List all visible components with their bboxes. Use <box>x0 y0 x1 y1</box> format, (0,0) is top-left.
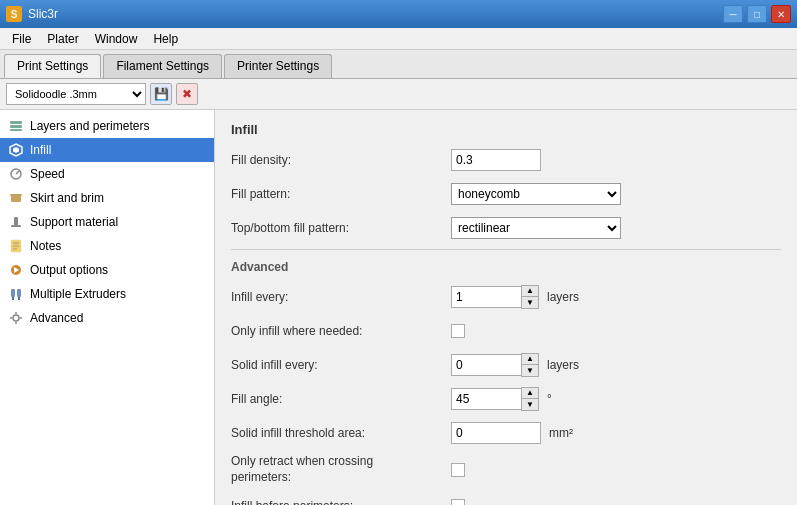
only-where-needed-row: Only infill where needed: <box>231 318 781 344</box>
fill-angle-unit: ° <box>547 392 552 406</box>
menu-plater[interactable]: Plater <box>39 30 86 48</box>
svg-rect-2 <box>10 129 22 131</box>
sidebar-label-notes: Notes <box>30 239 61 253</box>
infill-before-checkbox[interactable] <box>451 499 465 505</box>
advanced-section: Advanced Infill every: ▲ ▼ layers <box>231 249 781 505</box>
infill-before-control <box>451 499 465 505</box>
fill-pattern-dropdown[interactable]: rectilinear line concentric honeycomb hi… <box>451 183 621 205</box>
svg-rect-7 <box>11 195 21 202</box>
fill-angle-input[interactable] <box>451 388 521 410</box>
infill-every-unit: layers <box>547 290 579 304</box>
top-bottom-control: rectilinear concentric <box>451 217 621 239</box>
fill-density-input[interactable] <box>451 149 541 171</box>
only-where-needed-checkbox[interactable] <box>451 324 465 338</box>
app-icon: S <box>6 6 22 22</box>
tab-filament-settings[interactable]: Filament Settings <box>103 54 222 78</box>
svg-line-6 <box>16 171 19 174</box>
sidebar: Layers and perimeters Infill Speed Skirt… <box>0 110 215 505</box>
solid-threshold-input[interactable] <box>451 422 541 444</box>
tab-print-settings[interactable]: Print Settings <box>4 54 101 78</box>
fill-angle-spinner-btns: ▲ ▼ <box>521 387 539 411</box>
solid-infill-every-label: Solid infill every: <box>231 358 451 372</box>
solid-infill-every-spinner: ▲ ▼ <box>451 353 539 377</box>
tab-printer-settings[interactable]: Printer Settings <box>224 54 332 78</box>
only-retract-label: Only retract when crossingperimeters: <box>231 454 451 485</box>
sidebar-item-speed[interactable]: Speed <box>0 162 214 186</box>
sidebar-item-output[interactable]: Output options <box>0 258 214 282</box>
infill-every-input[interactable] <box>451 286 521 308</box>
fill-pattern-control: rectilinear line concentric honeycomb hi… <box>451 183 621 205</box>
fill-density-label: Fill density: <box>231 153 451 167</box>
right-panel: Infill Fill density: Fill pattern: recti… <box>215 110 797 505</box>
sidebar-item-multiple[interactable]: Multiple Extruders <box>0 282 214 306</box>
svg-rect-10 <box>11 225 21 227</box>
svg-rect-0 <box>10 121 22 124</box>
solid-infill-every-input[interactable] <box>451 354 521 376</box>
top-bottom-dropdown[interactable]: rectilinear concentric <box>451 217 621 239</box>
skirt-icon <box>8 190 24 206</box>
svg-rect-17 <box>11 289 15 297</box>
fill-density-row: Fill density: <box>231 147 781 173</box>
fill-angle-row: Fill angle: ▲ ▼ ° <box>231 386 781 412</box>
sidebar-item-advanced[interactable]: Advanced <box>0 306 214 330</box>
only-retract-row: Only retract when crossingperimeters: <box>231 454 781 485</box>
infill-every-up[interactable]: ▲ <box>522 286 538 297</box>
infill-every-spinner: ▲ ▼ <box>451 285 539 309</box>
remove-profile-button[interactable]: ✖ <box>176 83 198 105</box>
solid-infill-every-spinner-btns: ▲ ▼ <box>521 353 539 377</box>
solid-infill-every-down[interactable]: ▼ <box>522 365 538 376</box>
infill-every-down[interactable]: ▼ <box>522 297 538 308</box>
main-content: Layers and perimeters Infill Speed Skirt… <box>0 110 797 505</box>
window-controls: ─ □ ✕ <box>723 5 791 23</box>
only-where-needed-label: Only infill where needed: <box>231 324 451 338</box>
sidebar-item-infill[interactable]: Infill <box>0 138 214 162</box>
menu-bar: File Plater Window Help <box>0 28 797 50</box>
svg-rect-8 <box>10 194 22 196</box>
sidebar-item-skirt[interactable]: Skirt and brim <box>0 186 214 210</box>
minimize-button[interactable]: ─ <box>723 5 743 23</box>
menu-file[interactable]: File <box>4 30 39 48</box>
svg-rect-18 <box>17 289 21 297</box>
advanced-title: Advanced <box>231 260 781 274</box>
sidebar-label-support: Support material <box>30 215 118 229</box>
solid-infill-every-row: Solid infill every: ▲ ▼ layers <box>231 352 781 378</box>
tab-bar: Print Settings Filament Settings Printer… <box>0 50 797 79</box>
svg-rect-20 <box>18 297 20 300</box>
save-profile-button[interactable]: 💾 <box>150 83 172 105</box>
sidebar-label-multiple: Multiple Extruders <box>30 287 126 301</box>
output-icon <box>8 262 24 278</box>
sidebar-item-layers[interactable]: Layers and perimeters <box>0 114 214 138</box>
only-retract-checkbox[interactable] <box>451 463 465 477</box>
solid-infill-every-up[interactable]: ▲ <box>522 354 538 365</box>
infill-every-label: Infill every: <box>231 290 451 304</box>
sidebar-label-speed: Speed <box>30 167 65 181</box>
top-bottom-label: Top/bottom fill pattern: <box>231 221 451 235</box>
sidebar-label-advanced: Advanced <box>30 311 83 325</box>
infill-every-spinner-btns: ▲ ▼ <box>521 285 539 309</box>
close-button[interactable]: ✕ <box>771 5 791 23</box>
fill-angle-up[interactable]: ▲ <box>522 388 538 399</box>
sidebar-label-infill: Infill <box>30 143 51 157</box>
infill-every-control: ▲ ▼ layers <box>451 285 579 309</box>
fill-angle-label: Fill angle: <box>231 392 451 406</box>
infill-before-row: Infill before perimeters: <box>231 493 781 505</box>
solid-infill-every-unit: layers <box>547 358 579 372</box>
menu-window[interactable]: Window <box>87 30 146 48</box>
svg-marker-4 <box>13 147 19 153</box>
sidebar-item-notes[interactable]: Notes <box>0 234 214 258</box>
menu-help[interactable]: Help <box>145 30 186 48</box>
layers-icon <box>8 118 24 134</box>
solid-threshold-row: Solid infill threshold area: mm² <box>231 420 781 446</box>
title-bar: S Slic3r ─ □ ✕ <box>0 0 797 28</box>
maximize-button[interactable]: □ <box>747 5 767 23</box>
sidebar-item-support[interactable]: Support material <box>0 210 214 234</box>
solid-threshold-control: mm² <box>451 422 573 444</box>
svg-point-21 <box>13 315 19 321</box>
infill-before-label: Infill before perimeters: <box>231 499 451 505</box>
profile-dropdown[interactable]: Solidoodle .3mm <box>6 83 146 105</box>
infill-every-row: Infill every: ▲ ▼ layers <box>231 284 781 310</box>
fill-angle-spinner: ▲ ▼ <box>451 387 539 411</box>
infill-icon <box>8 142 24 158</box>
fill-angle-down[interactable]: ▼ <box>522 399 538 410</box>
top-bottom-row: Top/bottom fill pattern: rectilinear con… <box>231 215 781 241</box>
